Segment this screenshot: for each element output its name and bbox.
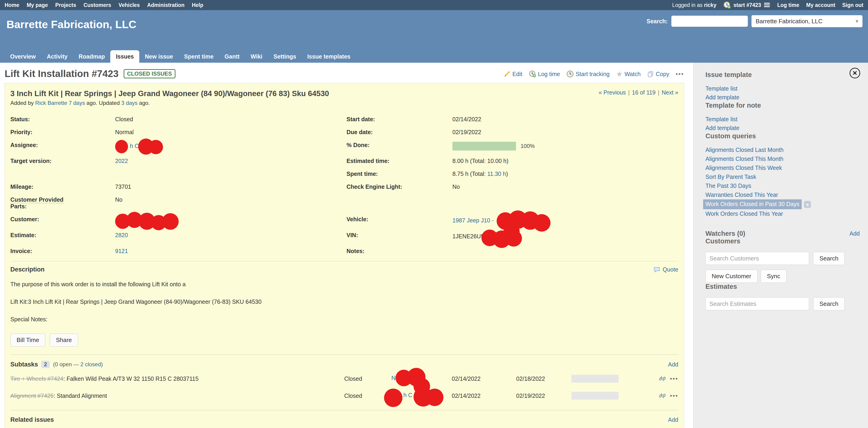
add-related-issue-link[interactable]: Add bbox=[668, 417, 678, 423]
add-template-link[interactable]: Add template bbox=[706, 93, 860, 102]
closed-subtasks-link[interactable]: 2 closed bbox=[80, 361, 101, 367]
menu-projects[interactable]: Projects bbox=[55, 2, 76, 8]
tab-issue-templates[interactable]: Issue templates bbox=[302, 50, 356, 63]
query-link[interactable]: Alignments Closed Last Month bbox=[706, 145, 860, 154]
tab-new-issue[interactable]: New issue bbox=[139, 50, 179, 63]
description-paragraph: Special Notes: bbox=[10, 316, 678, 323]
query-link[interactable]: Sort By Parent Task bbox=[706, 172, 860, 181]
vehicle-link[interactable]: 1987 Jeep J10 - bbox=[453, 217, 494, 224]
customers-search-input[interactable] bbox=[706, 252, 809, 265]
add-watcher-link[interactable]: Add bbox=[849, 230, 860, 237]
my-account-link[interactable]: My account bbox=[806, 2, 835, 8]
target-version-link[interactable]: 2022 bbox=[115, 158, 128, 164]
copy-action[interactable]: Copy bbox=[647, 70, 669, 78]
subtasks-heading: Subtasks bbox=[10, 361, 38, 368]
next-link[interactable]: Next » bbox=[662, 89, 678, 96]
subtask-link[interactable]: Tire + Wheels #7424 bbox=[10, 375, 63, 382]
estimates-search-button[interactable]: Search bbox=[813, 297, 844, 310]
query-link[interactable]: Warranties Closed This Year bbox=[706, 190, 860, 199]
spent-total-link[interactable]: 11.30 h bbox=[487, 171, 506, 177]
menu-vehicles[interactable]: Vehicles bbox=[119, 2, 140, 8]
start-tracking-action[interactable]: Start tracking bbox=[566, 70, 610, 78]
tab-settings[interactable]: Settings bbox=[268, 50, 302, 63]
close-icon[interactable]: ✕ bbox=[849, 68, 860, 78]
new-customer-button[interactable]: New Customer bbox=[706, 270, 757, 283]
share-button[interactable]: Share bbox=[50, 334, 78, 347]
done-label: % Done: bbox=[346, 142, 453, 158]
customers-search-button[interactable]: Search bbox=[813, 252, 844, 265]
estimated-time-label: Estimated time: bbox=[346, 158, 453, 171]
add-subtask-link[interactable]: Add bbox=[668, 361, 678, 368]
search-input[interactable] bbox=[671, 16, 748, 27]
query-selected-row: Work Orders Closed in Past 30 Daysx bbox=[706, 199, 860, 209]
bill-time-button[interactable]: Bill Time bbox=[10, 334, 45, 347]
query-link[interactable]: Alignments Closed This Month bbox=[706, 154, 860, 164]
tab-activity[interactable]: Activity bbox=[41, 50, 73, 63]
note-template-list-link[interactable]: Template list bbox=[706, 115, 860, 123]
sign-out-link[interactable]: Sign out bbox=[842, 2, 863, 8]
unlink-icon[interactable] bbox=[658, 375, 666, 382]
sync-button[interactable]: Sync bbox=[761, 270, 786, 283]
estimates-heading: Estimates bbox=[706, 283, 860, 290]
previous-link[interactable]: « Previous bbox=[599, 89, 626, 96]
priority-label: Priority: bbox=[10, 129, 115, 142]
subtask-assignee-link[interactable]: N bbox=[392, 375, 396, 381]
custom-queries-heading: Custom queries bbox=[706, 132, 860, 140]
author-link[interactable]: Rick Barrette bbox=[35, 100, 67, 106]
added-ago-link[interactable]: 7 days bbox=[69, 100, 85, 106]
note-add-template-link[interactable]: Add template bbox=[706, 123, 860, 132]
more-actions-button[interactable]: ••• bbox=[676, 70, 684, 78]
customer-value bbox=[115, 216, 346, 232]
assignee-value: h C bbox=[115, 142, 346, 158]
quote-link[interactable]: Quote bbox=[653, 266, 678, 273]
query-link[interactable]: The Past 30 Days bbox=[706, 181, 860, 190]
watch-action[interactable]: ★Watch bbox=[616, 69, 641, 78]
subtask-link[interactable]: Alignment #7425 bbox=[10, 393, 54, 399]
tab-overview[interactable]: Overview bbox=[5, 50, 41, 63]
estimate-link[interactable]: 2820 bbox=[115, 232, 128, 238]
edit-action[interactable]: Edit bbox=[503, 70, 522, 78]
subtasks-summary: (0 open — 2 closed) bbox=[53, 361, 103, 368]
tab-gantt[interactable]: Gantt bbox=[219, 50, 245, 63]
tab-wiki[interactable]: Wiki bbox=[245, 50, 268, 63]
subtask-assignee-link[interactable]: h C bbox=[403, 392, 412, 399]
tab-issues[interactable]: Issues bbox=[110, 50, 139, 63]
chevron-down-icon: ▾ bbox=[856, 18, 858, 24]
menu-customers[interactable]: Customers bbox=[84, 2, 111, 8]
assignee-link[interactable]: h C bbox=[130, 143, 139, 149]
status-label: Status: bbox=[10, 116, 115, 129]
top-menu: Home My page Projects Customers Vehicles… bbox=[5, 2, 203, 8]
query-link[interactable]: Work Orders Closed This Year bbox=[706, 209, 860, 218]
unlink-icon[interactable] bbox=[658, 392, 666, 400]
project-selector[interactable]: Barrette Fabrication, LLC ▾ bbox=[751, 15, 863, 27]
customers-heading: Customers bbox=[706, 237, 860, 245]
menu-administration[interactable]: Administration bbox=[147, 2, 184, 8]
username-link[interactable]: ricky bbox=[704, 2, 716, 8]
menu-my-page[interactable]: My page bbox=[27, 2, 48, 8]
customer-provided-parts-value: No bbox=[115, 196, 346, 216]
related-issues-heading: Related issues bbox=[10, 416, 54, 423]
invoice-link[interactable]: 9121 bbox=[115, 248, 128, 254]
estimates-search-input[interactable] bbox=[706, 297, 809, 310]
progress-percent: 100% bbox=[521, 143, 535, 149]
log-time-link[interactable]: Log time bbox=[777, 2, 799, 8]
menu-home[interactable]: Home bbox=[5, 2, 19, 8]
start-tracking-shortcut[interactable]: start #7423 bbox=[723, 1, 770, 9]
log-time-action[interactable]: Log time bbox=[529, 70, 560, 78]
search-label: Search: bbox=[647, 18, 668, 25]
vin-label: VIN: bbox=[346, 232, 453, 248]
menu-help[interactable]: Help bbox=[192, 2, 203, 8]
clock-plus-icon bbox=[529, 70, 536, 78]
vehicle-value: 1987 Jeep J10 - bbox=[453, 216, 678, 232]
updated-ago-link[interactable]: 3 days bbox=[121, 100, 138, 106]
delete-query-icon[interactable]: x bbox=[804, 201, 811, 208]
query-link[interactable]: Alignments Closed This Week bbox=[706, 164, 860, 172]
tab-roadmap[interactable]: Roadmap bbox=[73, 50, 111, 63]
subtask-more-button[interactable]: ••• bbox=[670, 392, 678, 399]
divider bbox=[10, 354, 678, 355]
subtask-more-button[interactable]: ••• bbox=[670, 375, 678, 382]
query-link-selected[interactable]: Work Orders Closed in Past 30 Days bbox=[703, 199, 802, 209]
template-list-link[interactable]: Template list bbox=[706, 84, 860, 93]
tab-spent-time[interactable]: Spent time bbox=[179, 50, 219, 63]
issue-authorship: Added by Rick Barrette 7 days ago. Updat… bbox=[10, 100, 678, 106]
